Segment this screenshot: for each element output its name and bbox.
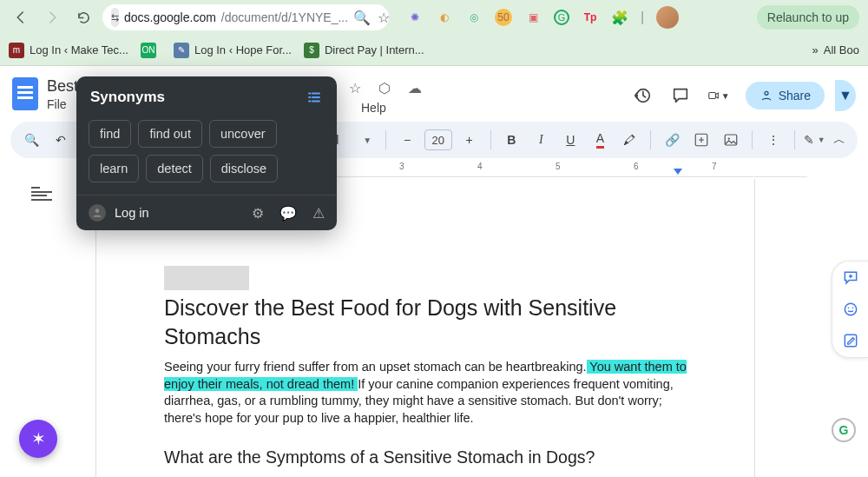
svg-point-6 [845,303,856,315]
insert-image-button[interactable] [719,128,743,152]
warning-icon[interactable]: ⚠ [312,205,325,222]
meet-icon[interactable]: ▼ [707,84,730,107]
emoji-react-icon[interactable] [841,300,860,319]
extensions-menu-icon[interactable]: 🧩 [611,10,628,26]
star-icon[interactable]: ☆ [349,80,361,96]
extension-icons: ✺ ◐ ◎ 50 ▣ G Tp 🧩 | [406,6,679,29]
ext-icon-2[interactable]: ◐ [436,9,453,26]
synonym-chip[interactable]: find out [138,120,202,148]
bookmark-star-icon[interactable]: ☆ [378,10,390,26]
italic-button[interactable]: I [529,128,553,152]
login-link[interactable]: Log in [115,206,149,220]
synonyms-popup: Synonyms find find out uncover learn det… [76,76,337,230]
url-path: /document/d/1YNYE_... [221,10,348,24]
relaunch-button[interactable]: Relaunch to up [757,5,859,30]
zoom-icon[interactable]: 🔍 [353,10,371,26]
cloud-saved-icon: ☁ [408,80,422,96]
address-bar[interactable]: ⇆ docs.google.com/document/d/1YNYE_... 🔍… [102,4,389,30]
font-size-increase[interactable]: + [457,128,482,152]
list-view-icon[interactable] [306,89,323,105]
suggest-edits-icon[interactable] [841,331,860,350]
user-avatar-icon [89,204,106,222]
font-size-input[interactable]: 20 [424,129,451,150]
bookmarks-overflow[interactable]: »All Boo [812,43,859,56]
bold-button[interactable]: B [499,128,523,152]
share-button[interactable]: Share [746,82,825,109]
popup-title: Synonyms [90,89,165,106]
svg-point-5 [728,137,730,139]
synonym-chip[interactable]: uncover [209,120,277,148]
highlight-button[interactable]: 🖍 [617,128,641,152]
feedback-icon[interactable]: 💬 [279,205,297,222]
floating-comment-tools [832,261,868,358]
insert-link-button[interactable]: 🔗 [660,128,684,152]
bookmark-item[interactable]: $Direct Pay | Intern... [304,43,424,58]
site-settings-icon[interactable]: ⇆ [111,8,119,27]
chevron-down-icon: ▼ [363,136,372,145]
svg-point-2 [765,91,768,95]
search-menus-icon[interactable]: 🔍 [19,128,43,152]
text-selection [164,266,249,290]
comments-icon[interactable] [669,84,692,107]
synonym-chip[interactable]: find [89,120,131,148]
url-host: docs.google.com [124,10,216,24]
profile-avatar[interactable] [656,6,679,29]
synonym-list: find find out uncover learn detect discl… [76,115,337,195]
bookmark-item[interactable]: ✎Log In ‹ Hope For... [174,43,292,58]
paragraph: Seeing your furry friend suffer from an … [164,359,687,427]
svg-point-10 [95,209,100,213]
svg-rect-1 [708,92,715,98]
add-comment-button[interactable] [689,128,713,152]
synonym-chip[interactable]: disclose [210,155,278,182]
assistant-fab[interactable]: ✶ [19,420,57,458]
undo-button[interactable]: ↶ [49,128,73,152]
show-outline-button[interactable] [30,182,56,205]
browser-toolbar: ⇆ docs.google.com/document/d/1YNYE_... 🔍… [0,0,868,35]
ext-icon-4[interactable]: 50 [495,9,512,26]
history-icon[interactable] [631,84,654,107]
document-title[interactable]: Best [47,77,78,96]
bookmarks-bar: mLog In ‹ Make Tec... ON ✎Log In ‹ Hope … [0,35,868,66]
back-button[interactable] [9,5,33,30]
underline-button[interactable]: U [558,128,582,152]
svg-rect-4 [725,135,737,145]
menu-help[interactable]: Help [361,101,386,115]
share-dropdown[interactable]: ▼ [835,80,856,111]
docs-logo-icon[interactable] [12,77,38,110]
editing-mode-button[interactable]: ✎▼ [804,133,825,147]
grammarly-icon[interactable]: G [832,418,856,442]
ext-icon-1[interactable]: ✺ [406,9,424,26]
more-tools-button[interactable]: ⋮ [761,128,786,152]
ext-icon-6[interactable]: G [554,10,569,25]
add-comment-icon[interactable] [841,268,860,288]
heading-2: What are the Symptoms of a Sensitive Sto… [164,447,687,467]
bookmark-item[interactable]: ON [141,43,161,58]
reload-button[interactable] [71,5,95,30]
text-color-button[interactable]: A [588,128,612,152]
ext-icon-3[interactable]: ◎ [465,9,483,26]
ext-icon-7[interactable]: Tp [582,9,599,26]
svg-point-7 [847,308,849,309]
menu-file[interactable]: File [47,97,67,111]
heading-1: Discover the Best Food for Dogs with Sen… [164,294,687,350]
collapse-toolbar-button[interactable]: ︿ [831,122,849,158]
synonym-chip[interactable]: learn [89,155,139,182]
share-icon [760,89,773,103]
svg-point-8 [852,308,853,309]
synonym-chip[interactable]: detect [146,155,203,182]
font-size-decrease[interactable]: − [395,128,419,152]
settings-icon[interactable]: ⚙ [252,205,264,222]
forward-button[interactable] [40,5,64,30]
ext-icon-5[interactable]: ▣ [524,9,542,26]
move-icon[interactable]: ⬡ [378,80,391,96]
bookmark-item[interactable]: mLog In ‹ Make Tec... [9,43,128,58]
